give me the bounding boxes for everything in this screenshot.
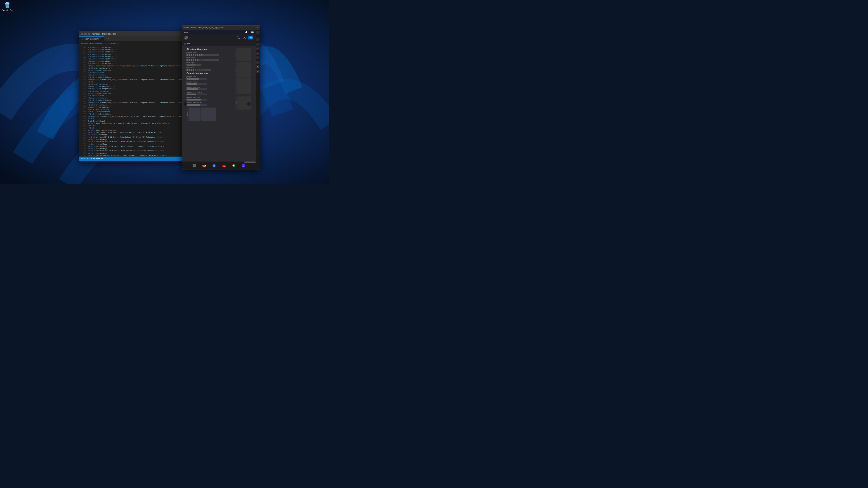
completion-item-selected-week-moves: selected week moves [186,102,234,106]
vscode-menu-view[interactable] [88,33,90,35]
vscode-breadcrumb: monopad (net 8-maccatalyst) > EB Content… [79,41,184,45]
completion-bar [186,104,207,106]
week-days-label: week days [186,62,234,64]
block-cell [193,69,194,71]
app-horizontal-scrollbar[interactable] [182,162,256,163]
vscode-issues[interactable]: No Issues found [90,158,103,160]
recycle-bin-label: Recycle Bin [2,9,13,11]
block-cell [213,54,215,56]
block-weeks-grid [186,59,234,61]
vscode-menu-file[interactable] [81,33,83,35]
completion-item-selected-week-time: selected week time [186,97,234,101]
emulator-ctrl-back[interactable]: ← [256,38,259,41]
block-cell [205,54,207,56]
block-cell [205,59,207,61]
emulator-ctrl-vol-up[interactable]: + [256,52,259,55]
block-cell [191,54,192,56]
overview-title: Structure Overview [186,48,234,51]
svg-point-14 [239,38,240,39]
completion-item-selected-block-time: selected block time [186,86,234,90]
emulator-ctrl-fwd[interactable]: → [256,43,259,46]
emulator-ctrl-close[interactable]: ✕ [256,31,259,34]
program-panel: program [235,48,251,61]
dotnet-icon[interactable]: .N [242,164,245,168]
emulator-ctrl-settings[interactable]: ⚙ [256,70,259,73]
block-cell [197,59,198,61]
emulator-close-btn[interactable]: ✕ [256,27,258,29]
block-cell [197,69,198,71]
day-cell [192,64,195,66]
vscode-title: monopad - MainPage.xaml [92,33,116,35]
cart-icon-btn[interactable] [237,36,241,40]
svg-rect-22 [193,166,194,167]
recycle-bin[interactable]: Recycle Bin [1,0,13,12]
block-cell [193,59,194,61]
block-cell [209,69,211,71]
completion-item-program-moves: program moves [186,81,234,85]
svg-rect-19 [250,38,252,38]
vscode-tabs: ⬡ MainPage.xaml ✕ ⬡ … [79,36,184,41]
day-moves-label: day moves [186,67,234,68]
chrome-icon[interactable] [213,164,216,168]
maps-icon[interactable] [232,164,235,168]
emulator-ctrl-vol-down[interactable]: − [256,56,259,59]
block-cell [191,59,192,61]
header-blue-button[interactable] [248,36,253,39]
block-cell [197,54,198,56]
completion-bar-fill [186,99,201,101]
phone-status-bar: 12:36 [182,30,256,34]
svg-rect-24 [203,165,206,167]
svg-rect-10 [253,32,254,33]
program-blocks-grid [186,54,234,56]
vscode-titlebar: monopad - MainPage.xaml [79,31,184,36]
completion-bar [186,99,207,101]
app-content: ⬛ test ‹ › [182,34,256,162]
emulator-side-controls: ✕ ← → ↺ + − 📷 🔍 ⚙ [256,30,260,169]
emulator-ctrl-zoom-in[interactable]: 🔍 [256,65,259,68]
day-cell [198,64,201,66]
vscode-tab-close[interactable]: ✕ [100,38,101,40]
vscode-tab-mainpage[interactable]: ⬡ MainPage.xaml ✕ [79,36,104,41]
week-vertical-label: week [235,78,237,94]
emulator-screen: 12:36 [182,30,256,169]
app-scrollbar-thumb[interactable] [244,162,256,163]
program-blocks-label: program blocks [186,52,234,54]
block-cell [195,69,196,71]
vscode-zoom[interactable]: 75 % [81,158,85,160]
vscode-statusbar: 75 % No Issues found [79,157,184,161]
program-vertical-label: program [235,48,237,61]
apps-grid-icon[interactable] [193,164,196,168]
block-cell [203,59,205,61]
block-cell [213,59,215,61]
right-panel-1 [202,107,216,121]
blocks-vertical-label: blocks [186,107,189,121]
vscode-tab-secondary[interactable]: ⬡ … [104,36,115,41]
svg-rect-3 [5,3,9,4]
block-cell [188,54,190,56]
emulator-ctrl-rotate[interactable]: ↺ [256,47,259,51]
nav-arrow-left[interactable]: ‹ [184,102,187,106]
youtube-icon[interactable] [222,164,225,168]
block-cell [186,54,188,56]
block-cell [217,54,219,56]
emulator-ctrl-screenshot[interactable]: 📷 [256,61,259,64]
svg-point-27 [214,165,215,166]
test-text: test [187,43,190,45]
svg-rect-2 [6,2,8,3]
completion-item-selected-block-moves: selected block moves [186,92,234,95]
vscode-menu-edit[interactable] [84,33,87,35]
vscode-code-editor[interactable]: <ColumnDefinition Width="*" /> <ColumnDe… [87,45,184,157]
selected-block-time-label: selected block time [186,86,234,88]
svg-rect-9 [251,32,253,33]
block-cell [209,54,211,56]
gmail-icon[interactable] [203,164,206,168]
app-body[interactable]: Structure Overview program blocks [182,46,256,162]
block-cell [195,54,196,56]
svg-rect-18 [251,37,252,37]
svg-point-15 [244,37,245,38]
block-panel-content [237,62,251,77]
completion-markers-title: Completion Markers [186,72,234,74]
block-cell [207,69,209,71]
user-icon-btn[interactable] [243,36,247,40]
nav-arrow-right[interactable]: › [247,102,251,106]
